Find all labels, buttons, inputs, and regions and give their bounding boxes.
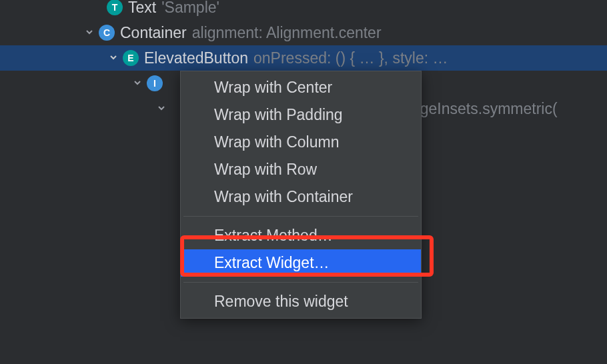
menu-item-remove-widget[interactable]: Remove this widget — [181, 288, 421, 315]
widget-name: Text — [128, 0, 156, 17]
menu-item-wrap-padding[interactable]: Wrap with Padding — [181, 101, 421, 129]
context-menu: Wrap with Center Wrap with Padding Wrap … — [180, 71, 422, 319]
menu-group-wrap: Wrap with Center Wrap with Padding Wrap … — [181, 71, 421, 213]
widget-name: Container — [120, 24, 187, 42]
badge-i-icon: I — [147, 75, 163, 91]
menu-separator — [183, 282, 418, 283]
menu-item-wrap-column[interactable]: Wrap with Column — [181, 129, 421, 156]
badge-c-icon: C — [99, 25, 115, 41]
tree-row-text[interactable]: T Text 'Sample' — [0, 0, 607, 20]
chevron-down-icon[interactable] — [155, 104, 168, 112]
menu-item-wrap-center[interactable]: Wrap with Center — [181, 74, 421, 101]
chevron-down-icon[interactable] — [107, 53, 120, 61]
tree-row-container[interactable]: C Container alignment: Alignment.center — [0, 20, 607, 45]
menu-separator — [183, 216, 418, 217]
menu-item-extract-method[interactable]: Extract Method… — [181, 222, 421, 249]
badge-t-icon: T — [107, 0, 123, 15]
menu-item-wrap-row[interactable]: Wrap with Row — [181, 156, 421, 183]
widget-props: onPressed: () { … }, style: … — [253, 49, 448, 67]
menu-item-wrap-container[interactable]: Wrap with Container — [181, 183, 421, 211]
chevron-down-icon[interactable] — [83, 28, 96, 36]
widget-props: alignment: Alignment.center — [192, 24, 382, 42]
menu-item-extract-widget[interactable]: Extract Widget… — [181, 249, 421, 277]
menu-group-extract: Extract Method… Extract Widget… — [181, 219, 421, 279]
chevron-down-icon[interactable] — [131, 79, 144, 87]
widget-name: ElevatedButton — [144, 49, 248, 67]
badge-e-icon: E — [123, 50, 139, 66]
widget-props: dgeInsets.symmetric( — [412, 100, 558, 118]
menu-group-remove: Remove this widget — [181, 285, 421, 318]
tree-row-elevatedbutton[interactable]: E ElevatedButton onPressed: () { … }, st… — [0, 45, 607, 71]
widget-props: 'Sample' — [161, 0, 219, 17]
